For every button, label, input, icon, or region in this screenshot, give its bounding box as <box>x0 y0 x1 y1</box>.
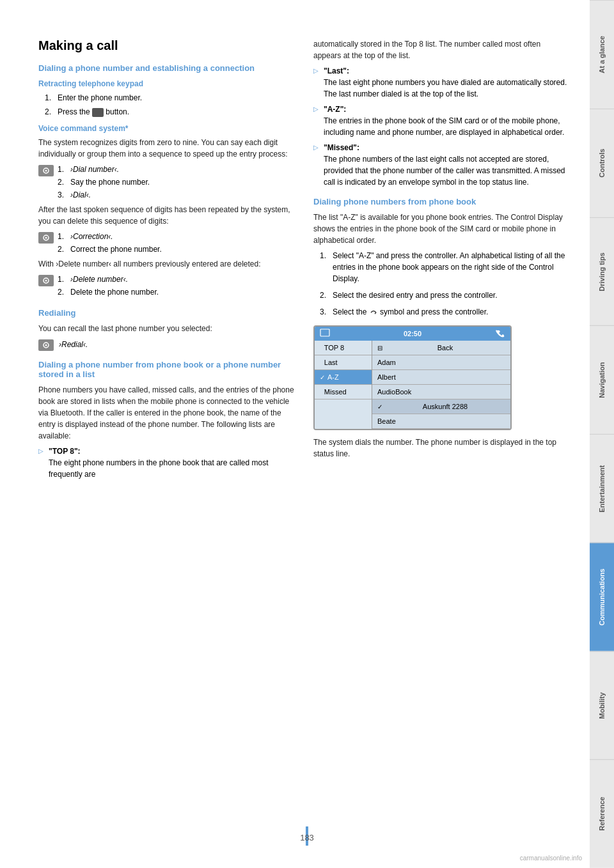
bullet-last-content: "Last": The last eight phone numbers you… <box>324 65 569 100</box>
bullet-az-content: "A-Z": The entries in the phone book of … <box>324 104 569 138</box>
phone-entry-albert-label: Albert <box>377 373 396 381</box>
sidebar-tab-controls[interactable]: Controls <box>590 109 614 217</box>
voice-step-1-2: 2. Say the phone number. <box>58 176 294 188</box>
bullet-missed: ▷ "Missed": The phone numbers of the las… <box>313 142 569 188</box>
voice-group-1: 1. ›Dial number‹. 2. Say the phone numbe… <box>38 164 294 202</box>
section4-step-1: 1. Select "A-Z" and press the controller… <box>320 250 569 284</box>
phone-entry-beate-label: Beate <box>377 417 396 425</box>
sidebar-tab-entertainment[interactable]: Entertainment <box>590 434 614 543</box>
phone-ui-phone-icon <box>320 329 330 339</box>
voice-group-3: 1. ›Delete number‹. 2. Delete the phone … <box>38 274 294 299</box>
phone-menu-missed[interactable]: Missed <box>315 385 372 399</box>
section4-step-2: 2. Select the desired entry and press th… <box>320 290 569 301</box>
section4-step2-text: Select the desired entry and press the c… <box>333 290 569 301</box>
voice-icon-redial <box>38 339 54 351</box>
bullet-last-text: The last eight phone numbers you have di… <box>324 78 567 98</box>
phone-entry-back[interactable]: ⊟ Back <box>372 341 510 355</box>
phone-ui: 02:50 TOP 8 <box>313 325 512 430</box>
redialing-title: Redialing <box>38 308 294 318</box>
bullet-arrow-missed: ▷ <box>313 143 319 152</box>
after-digits-text: After the last spoken sequence of digits… <box>38 204 294 227</box>
phone-menu-last-label: Last <box>324 359 338 366</box>
phone-entry-albert[interactable]: Albert <box>372 370 510 385</box>
watermark: carmanualsonline.info <box>520 855 582 862</box>
phone-entry-auskunft-label: Auskunft 2288 <box>423 403 468 410</box>
sidebar-tab-communications[interactable]: Communications <box>590 543 614 651</box>
bullet-missed-text: The phone numbers of the last eight call… <box>324 155 565 187</box>
sidebar-tabs: At a glance Controls Driving tips Naviga… <box>590 0 614 868</box>
section3-title: Dialing a phone number from phone book o… <box>38 360 294 379</box>
bullet-missed-title: "Missed": <box>324 143 359 152</box>
bullet-az-title: "A-Z": <box>324 105 346 114</box>
phone-menu-top8-label: TOP 8 <box>324 344 344 352</box>
svg-point-2 <box>45 170 47 172</box>
voice-step-3-1: 1. ›Delete number‹. <box>58 274 294 285</box>
svg-point-5 <box>45 237 47 239</box>
voice-step-1-3: 3. ›Dial‹. <box>58 189 294 201</box>
phone-entry-adam[interactable]: Adam <box>372 355 510 370</box>
step-num-1: 1. <box>45 92 58 104</box>
bullet-top8-title: "TOP 8": <box>49 447 81 456</box>
voice-group-2: 1. ›Correction‹. 2. Correct the phone nu… <box>38 231 294 256</box>
page-container: Making a call Dialing a phone number and… <box>0 0 614 868</box>
voice-icon-3 <box>38 275 54 286</box>
sidebar-tab-driving-tips[interactable]: Driving tips <box>590 217 614 326</box>
section4-title: Dialing phone numbers from phone book <box>313 197 569 206</box>
top8-continued: automatically stored in the Top 8 list. … <box>313 38 569 61</box>
phone-menu-missed-label: Missed <box>324 388 347 396</box>
step-text-2: Press the button. <box>58 106 294 118</box>
phone-menu-last[interactable]: Last <box>315 355 372 370</box>
bullet-top8-content: "TOP 8": The eight phone numbers in the … <box>49 446 294 480</box>
retract-keypad-steps: 1. Enter the phone number. 2. Press the … <box>45 92 294 118</box>
section3-intro: Phone numbers you have called, missed ca… <box>38 384 294 442</box>
sidebar-tab-at-a-glance[interactable]: At a glance <box>590 0 614 109</box>
sidebar-tab-navigation[interactable]: Navigation <box>590 325 614 434</box>
auskunft-check-icon: ✓ <box>377 403 382 410</box>
bullet-last-title: "Last": <box>324 66 349 75</box>
bullet-last: ▷ "Last": The last eight phone numbers y… <box>313 65 569 100</box>
main-content: Making a call Dialing a phone number and… <box>0 0 588 868</box>
retract-step-1: 1. Enter the phone number. <box>45 92 294 104</box>
phone-entry-beate[interactable]: Beate <box>372 414 510 429</box>
subsection2-title: Voice command system* <box>38 124 294 133</box>
sidebar-tab-mobility[interactable]: Mobility <box>590 651 614 760</box>
svg-line-12 <box>375 313 376 314</box>
phone-ui-time: 02:50 <box>404 330 421 337</box>
phone-ui-body: TOP 8 Last ✓ A-Z Missed <box>315 341 510 429</box>
voice-icon-2 <box>38 232 54 244</box>
phone-menu-az[interactable]: ✓ A-Z <box>315 370 372 385</box>
bullet-az: ▷ "A-Z": The entries in the phone book o… <box>313 104 569 138</box>
section4-step1-text: Select "A-Z" and press the controller. A… <box>333 250 569 284</box>
step-num-2: 2. <box>45 106 58 118</box>
voice-steps-1: 1. ›Dial number‹. 2. Say the phone numbe… <box>58 164 294 202</box>
right-column: automatically stored in the Top 8 list. … <box>313 38 569 842</box>
sidebar-tab-reference[interactable]: Reference <box>590 759 614 868</box>
phone-ui-left-panel: TOP 8 Last ✓ A-Z Missed <box>315 341 372 429</box>
subsection1-title: Retracting telephone keypad <box>38 79 294 88</box>
bullet-arrow-top8: ▷ <box>38 446 43 456</box>
phone-ui-header: 02:50 <box>315 327 510 341</box>
page-title: Making a call <box>38 38 294 53</box>
back-icon: ⊟ <box>377 345 382 352</box>
section4-steps: 1. Select "A-Z" and press the controller… <box>320 250 569 318</box>
svg-rect-13 <box>320 329 329 336</box>
bullet-top8-text: The eight phone numbers in the phone boo… <box>49 458 269 479</box>
page-number: 183 <box>300 833 314 842</box>
bullet-arrow-az: ▷ <box>313 104 319 114</box>
phone-menu-az-label: A-Z <box>327 373 339 381</box>
phone-entry-audiobook[interactable]: AudioBook <box>372 385 510 399</box>
voice-steps-3: 1. ›Delete number‹. 2. Delete the phone … <box>58 274 294 299</box>
bullet-missed-content: "Missed": The phone numbers of the last … <box>324 142 569 188</box>
delete-text: With ›Delete number‹ all numbers previou… <box>38 258 294 270</box>
phone-menu-top8[interactable]: TOP 8 <box>315 341 372 355</box>
left-column: Making a call Dialing a phone number and… <box>38 38 294 842</box>
after-image-text: The system dials the number. The phone n… <box>313 437 569 460</box>
svg-point-11 <box>45 345 47 346</box>
voice-intro: The system recognizes digits from zero t… <box>38 137 294 160</box>
phone-entry-auskunft[interactable]: ✓ Auskunft 2288 <box>372 399 510 414</box>
section1-title: Dialing a phone number and establishing … <box>38 63 294 73</box>
redial-text: ›Redial‹. <box>59 340 88 349</box>
bullet-arrow-last: ▷ <box>313 66 319 75</box>
voice-step-2-1: 1. ›Correction‹. <box>58 231 294 242</box>
phone-ui-call-icon <box>495 329 505 339</box>
